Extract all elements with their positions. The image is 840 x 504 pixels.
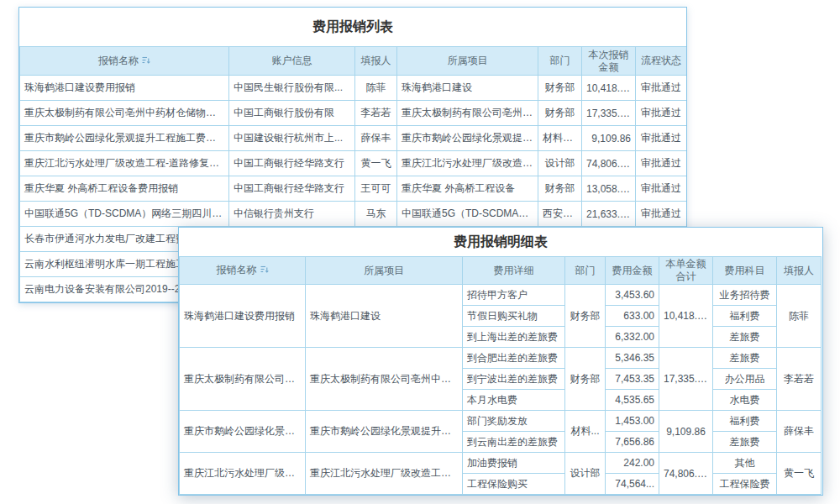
cell-account: 中国工商银行经华路支行 xyxy=(229,151,355,176)
cell-name[interactable]: 珠海鹤港口建设费用报销 xyxy=(20,76,229,101)
list-column-account: 账户信息 xyxy=(229,47,355,76)
cell-filler[interactable]: 李若若 xyxy=(355,101,397,126)
cell-name[interactable]: 中国联通5G（TD-SCDMA）网络三期四川工程费... xyxy=(20,202,229,227)
cell-project[interactable]: 重庆江北污水处理厂级改造工... xyxy=(397,151,538,176)
cell-dept: 材料采购 xyxy=(538,126,582,151)
cell-amount: 4,535.65 xyxy=(606,390,659,411)
cell-category: 福利费 xyxy=(713,306,777,327)
list-panel-title: 费用报销列表 xyxy=(19,8,686,46)
cell-filler[interactable]: 黄一飞 xyxy=(355,151,397,176)
column-label: 填报人 xyxy=(784,265,814,276)
list-column-amount: 本次报销金额 xyxy=(582,47,636,76)
cell-filler[interactable]: 薛保丰 xyxy=(777,411,822,453)
cell-name[interactable]: 珠海鹤港口建设费用报销 xyxy=(180,285,306,348)
cell-account: 中信银行贵州支行 xyxy=(229,202,355,227)
cell-project[interactable]: 中国联通5G（TD-SCDMA）网... xyxy=(397,202,538,227)
detail-column-category: 费用科目 xyxy=(713,257,777,285)
cell-status: 审批通过 xyxy=(636,202,687,227)
sort-icon[interactable] xyxy=(142,55,150,68)
cell-filler[interactable]: 黄一飞 xyxy=(777,453,822,495)
cell-category: 办公用品 xyxy=(713,369,777,390)
cell-project[interactable]: 重庆江北污水处理厂级改造工程-道路修复工程 xyxy=(306,453,463,495)
list-row: 重庆江北污水处理厂级改造工程-道路修复工程费用...中国工商银行经华路支行黄一飞… xyxy=(20,151,687,176)
cell-status: 审批通过 xyxy=(636,176,687,202)
cell-filler[interactable]: 李若若 xyxy=(777,348,822,411)
cell-detail: 本月水电费 xyxy=(463,390,565,411)
column-label: 部门 xyxy=(550,55,570,66)
cell-filler[interactable]: 陈菲 xyxy=(777,285,822,348)
cell-filler[interactable]: 陈菲 xyxy=(355,76,397,101)
list-row: 珠海鹤港口建设费用报销中国民生银行股份有限...陈菲珠海鹤港口建设财务部10,4… xyxy=(20,76,687,101)
cell-filler[interactable]: 薛保丰 xyxy=(355,126,397,151)
cell-total: 17,335.35 xyxy=(659,348,713,411)
cell-project[interactable]: 重庆太极制药有限公司亳州中... xyxy=(397,101,538,126)
cell-detail: 部门奖励发放 xyxy=(463,411,565,432)
list-column-project: 所属项目 xyxy=(397,47,538,76)
detail-panel-title: 费用报销明细表 xyxy=(179,228,822,256)
detail-table-body: 珠海鹤港口建设费用报销珠海鹤港口建设招待甲方客户财务部3,453.6010,41… xyxy=(180,285,822,495)
cell-name[interactable]: 重庆江北污水处理厂级改造工程-道路修复工程费用... xyxy=(20,151,229,176)
cell-detail: 到合肥出差的差旅费 xyxy=(463,348,565,369)
list-column-status: 流程状态 xyxy=(636,47,687,76)
cell-dept: 财务部 xyxy=(565,285,606,348)
list-column-name[interactable]: 报销名称 xyxy=(20,47,229,76)
cell-project[interactable]: 珠海鹤港口建设 xyxy=(397,76,538,101)
cell-project[interactable]: 重庆太极制药有限公司亳州中药材仓储物流基地项目 xyxy=(306,348,463,411)
cell-detail: 加油费报销 xyxy=(463,453,565,474)
cell-name[interactable]: 重庆市鹅岭公园绿化景观提升工程施工费用报销 xyxy=(180,411,306,453)
cell-name[interactable]: 重庆太极制药有限公司亳州中药材仓储物流基地项... xyxy=(20,101,229,126)
detail-column-detail: 费用详细 xyxy=(463,257,565,285)
cell-status: 审批通过 xyxy=(636,101,687,126)
cell-dept: 财务部 xyxy=(538,176,582,202)
cell-detail: 到宁波出差的差旅费 xyxy=(463,369,565,390)
cell-detail: 到上海出差的差旅费 xyxy=(463,327,565,348)
cell-category: 其他 xyxy=(713,453,777,474)
cell-amount: 3,453.60 xyxy=(606,285,659,306)
detail-column-name[interactable]: 报销名称 xyxy=(180,257,306,285)
detail-row: 重庆江北污水处理厂级改造工程-道路修复工程费用报销重庆江北污水处理厂级改造工程-… xyxy=(180,453,822,474)
detail-column-total: 本单金额合计 xyxy=(659,257,713,285)
cell-account: 中国建设银行杭州市上... xyxy=(229,126,355,151)
list-row: 重庆太极制药有限公司亳州中药材仓储物流基地项...中国工商银行股份有限李若若重庆… xyxy=(20,101,687,126)
cell-project[interactable]: 重庆市鹅岭公园绿化景观提升工程施工 xyxy=(306,411,463,453)
cell-account: 中国工商银行股份有限 xyxy=(229,101,355,126)
cell-detail: 到云南出差的差旅费 xyxy=(463,432,565,453)
cell-total: 74,806.00 xyxy=(659,453,713,495)
desktop-canvas: 费用报销列表 报销名称账户信息填报人所属项目部门本次报销金额流程状态 珠海鹤港口… xyxy=(0,0,840,504)
cell-project[interactable]: 重庆市鹅岭公园绿化景观提升... xyxy=(397,126,538,151)
list-column-filler: 填报人 xyxy=(355,47,397,76)
cell-amount: 74,564... xyxy=(606,474,659,495)
column-label: 账户信息 xyxy=(272,55,312,66)
cell-total: 10,418.60 xyxy=(659,285,713,348)
cell-filler[interactable]: 马东 xyxy=(355,202,397,227)
cell-name[interactable]: 重庆华夏 外高桥工程设备费用报销 xyxy=(20,176,229,202)
cell-name[interactable]: 重庆太极制药有限公司亳州中药材仓储物流基地项目费用报销 xyxy=(180,348,306,411)
cell-amount: 9,109.86 xyxy=(582,126,636,151)
cell-filler[interactable]: 王可可 xyxy=(355,176,397,202)
detail-row: 珠海鹤港口建设费用报销珠海鹤港口建设招待甲方客户财务部3,453.6010,41… xyxy=(180,285,822,306)
cell-amount: 7,656.86 xyxy=(606,432,659,453)
detail-column-amount: 费用金额 xyxy=(606,257,659,285)
cell-category: 差旅费 xyxy=(713,432,777,453)
cell-amount: 17,335.35 xyxy=(582,101,636,126)
cell-amount: 633.00 xyxy=(606,306,659,327)
column-label: 所属项目 xyxy=(448,55,488,66)
cell-project[interactable]: 重庆华夏 外高桥工程设备 xyxy=(397,176,538,202)
cell-category: 工程保险费 xyxy=(713,474,777,495)
cell-account: 中国民生银行股份有限... xyxy=(229,76,355,101)
cell-dept: 财务部 xyxy=(538,76,582,101)
cell-name[interactable]: 重庆市鹅岭公园绿化景观提升工程施工费用报销 xyxy=(20,126,229,151)
cell-status: 审批通过 xyxy=(636,76,687,101)
sort-icon[interactable] xyxy=(260,265,269,277)
cell-detail: 节假日购买礼物 xyxy=(463,306,565,327)
cell-amount: 1,453.00 xyxy=(606,411,659,432)
column-label: 填报人 xyxy=(361,55,391,66)
expense-detail-panel: 费用报销明细表 报销名称所属项目费用详细部门费用金额本单金额合计费用科目填报人 … xyxy=(178,227,823,496)
cell-category: 业务招待费 xyxy=(713,285,777,306)
cell-name[interactable]: 重庆江北污水处理厂级改造工程-道路修复工程费用报销 xyxy=(180,453,306,495)
cell-project[interactable]: 珠海鹤港口建设 xyxy=(306,285,463,348)
cell-account: 中国工商银行经华路支行 xyxy=(229,176,355,202)
list-row: 重庆市鹅岭公园绿化景观提升工程施工费用报销中国建设银行杭州市上...薛保丰重庆市… xyxy=(20,126,687,151)
column-label: 费用科目 xyxy=(725,265,765,276)
cell-dept: 材料... xyxy=(565,411,606,453)
